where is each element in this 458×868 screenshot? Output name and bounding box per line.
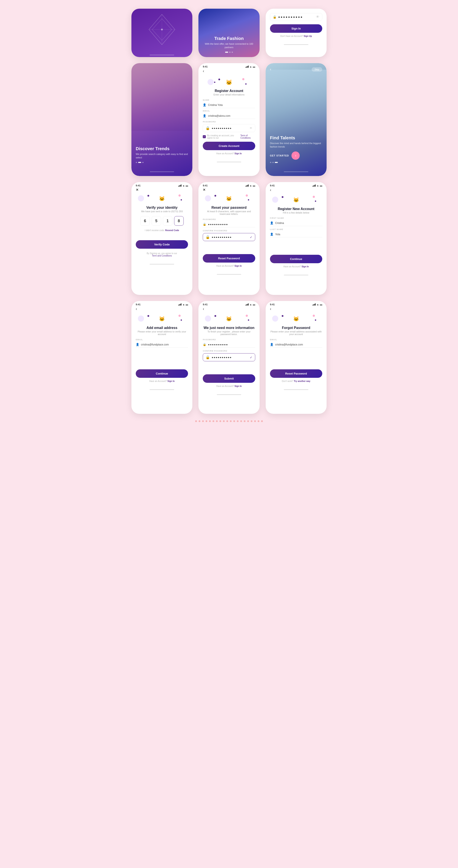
name-field[interactable]: 👤 bbox=[203, 102, 255, 108]
resend-row: I didn't receive code: Resend Code bbox=[136, 229, 188, 231]
confirm-field[interactable]: 🔒 ●●●●●●●●●● ✓ bbox=[203, 233, 255, 241]
reset-password-button-2[interactable]: Reset Password bbox=[270, 369, 322, 378]
confirm-field-2[interactable]: 🔒 ●●●●●●●●●● ✓ bbox=[203, 353, 255, 361]
reset-password-button[interactable]: Reset Password bbox=[203, 254, 255, 262]
bar4 bbox=[248, 65, 249, 68]
lastname-label: LAST NAME bbox=[270, 228, 322, 230]
continue-button-2[interactable]: Continue bbox=[136, 369, 188, 378]
password-field[interactable]: 🔒 ●●●●●●●●●● 👁 bbox=[203, 124, 255, 132]
signin-link-2[interactable]: Sign In bbox=[234, 265, 241, 267]
pwd-field[interactable]: 🔒 ●●●●●●●●●● bbox=[203, 221, 255, 227]
dc4 bbox=[315, 200, 316, 202]
b1 bbox=[313, 186, 313, 187]
back-button[interactable]: ‹ bbox=[203, 69, 204, 73]
code-box-2[interactable]: 5 bbox=[152, 216, 161, 226]
emoji: 🐱 bbox=[293, 197, 299, 203]
get-started-label: GET STARTED bbox=[270, 154, 289, 157]
try-another-link[interactable]: Try another way bbox=[294, 380, 310, 382]
signin-password-field[interactable]: 🔒 ●●●●●●●●●● 👁 bbox=[270, 13, 322, 21]
confirm-dots-2: ●●●●●●●●●● bbox=[211, 356, 248, 359]
lock-icon-3: 🔒 bbox=[205, 355, 210, 359]
terms-checkbox[interactable]: ✓ bbox=[203, 135, 206, 138]
email-input-forgot[interactable] bbox=[275, 343, 322, 346]
continue-button[interactable]: Continue bbox=[270, 255, 322, 263]
back-button[interactable]: ‹ bbox=[270, 188, 271, 192]
pwd-field-2[interactable]: 🔒 ●●●●●●●●●● bbox=[203, 342, 255, 348]
user-icon: 👤 bbox=[270, 343, 273, 346]
deco-dot-1 bbox=[218, 79, 220, 80]
b1 bbox=[313, 305, 313, 306]
dc1 bbox=[205, 195, 211, 202]
create-account-button[interactable]: Create Account bbox=[203, 142, 255, 150]
verify-code-button[interactable]: Verify Code bbox=[136, 240, 188, 249]
more-info-title: We just need more information bbox=[203, 326, 255, 330]
check-icon: ✓ bbox=[250, 236, 253, 239]
battery: ▬ bbox=[320, 303, 322, 306]
signal-bars bbox=[246, 65, 249, 68]
add-email-bottom: Have an Account? Sign In bbox=[136, 380, 188, 382]
verify-title: Verify your identity bbox=[136, 206, 188, 210]
phone-more-info: 9:41 ▲ ▬ ‹ 🐱 We just need m bbox=[198, 301, 259, 414]
deco-circle-1 bbox=[207, 79, 214, 85]
status-bar-reset: 9:41 ▲ ▬ bbox=[198, 182, 259, 188]
battery: ▬ bbox=[320, 184, 322, 187]
lastname-input[interactable] bbox=[275, 233, 322, 236]
code-box-3[interactable]: 1 bbox=[163, 216, 172, 226]
b1 bbox=[246, 305, 246, 306]
email-input[interactable] bbox=[141, 343, 188, 346]
b4 bbox=[248, 303, 249, 306]
code-input-boxes: 6 5 1 8 bbox=[136, 216, 188, 226]
b3 bbox=[314, 304, 315, 306]
back-button[interactable]: ‹ bbox=[270, 307, 271, 311]
firstname-input[interactable] bbox=[275, 222, 322, 225]
emoji: 🐱 bbox=[293, 316, 299, 322]
dot-active bbox=[225, 52, 228, 53]
skip-button[interactable]: Skip bbox=[312, 67, 322, 72]
email-input[interactable] bbox=[208, 114, 255, 117]
email-field-forgot[interactable]: 👤 bbox=[270, 342, 322, 348]
name-input[interactable] bbox=[208, 103, 255, 106]
back-btn-talents[interactable]: ‹ bbox=[270, 67, 271, 72]
bdot-3 bbox=[202, 420, 204, 422]
email-label: EMAIL bbox=[136, 339, 188, 341]
terms-link[interactable]: Term and Conditions bbox=[152, 254, 172, 257]
register-title: Register Account bbox=[203, 89, 255, 93]
dc3 bbox=[178, 315, 181, 317]
eye-icon[interactable]: 👁 bbox=[316, 15, 320, 19]
emoji: 🐱 bbox=[159, 196, 165, 202]
signin-button[interactable]: Sign In bbox=[270, 24, 322, 33]
resend-code-link[interactable]: Resend Code bbox=[165, 229, 179, 231]
get-started-button[interactable]: › bbox=[291, 152, 300, 160]
firstname-field[interactable]: 👤 bbox=[270, 220, 322, 226]
eye-icon[interactable]: 👁 bbox=[250, 126, 253, 130]
signin-link[interactable]: Sign In bbox=[234, 152, 241, 155]
dc3 bbox=[246, 315, 248, 317]
code-box-1[interactable]: 6 bbox=[140, 216, 150, 226]
get-started-row: GET STARTED › bbox=[270, 152, 322, 160]
bdot-11 bbox=[230, 420, 232, 422]
lock-icon: 🔒 bbox=[273, 15, 276, 19]
lastname-field[interactable]: 👤 bbox=[270, 231, 322, 238]
signin-link-3[interactable]: Sign In bbox=[302, 266, 309, 268]
status-bar-info: 9:41 ▲ ▬ bbox=[198, 301, 259, 307]
forgot-bottom: Don't work? Try another way bbox=[270, 380, 322, 382]
signup-link[interactable]: Sign Up bbox=[304, 35, 312, 37]
close-button[interactable]: ✕ bbox=[136, 188, 138, 192]
close-button-2[interactable]: ✕ bbox=[203, 188, 205, 192]
lock-icon: 🔒 bbox=[203, 343, 206, 346]
submit-button[interactable]: Submit bbox=[203, 374, 255, 383]
code-box-4[interactable]: 8 bbox=[174, 216, 184, 226]
signin-link-5[interactable]: Sign In bbox=[234, 385, 241, 388]
dc2 bbox=[148, 195, 149, 196]
back-button[interactable]: ‹ bbox=[203, 307, 204, 311]
dc2 bbox=[282, 196, 284, 198]
verify-terms: By Signing up, you agree to our Term and… bbox=[136, 252, 188, 257]
email-field[interactable]: 👤 bbox=[136, 342, 188, 348]
bdot-5 bbox=[209, 420, 211, 422]
dc4 bbox=[248, 199, 249, 200]
signin-link-4[interactable]: Sign In bbox=[167, 380, 174, 382]
back-button[interactable]: ‹ bbox=[136, 307, 137, 311]
email-field[interactable]: 👤 bbox=[203, 113, 255, 119]
terms-link[interactable]: Term of Conditions bbox=[240, 134, 255, 139]
forgot-title: Forgot Password bbox=[270, 326, 322, 330]
